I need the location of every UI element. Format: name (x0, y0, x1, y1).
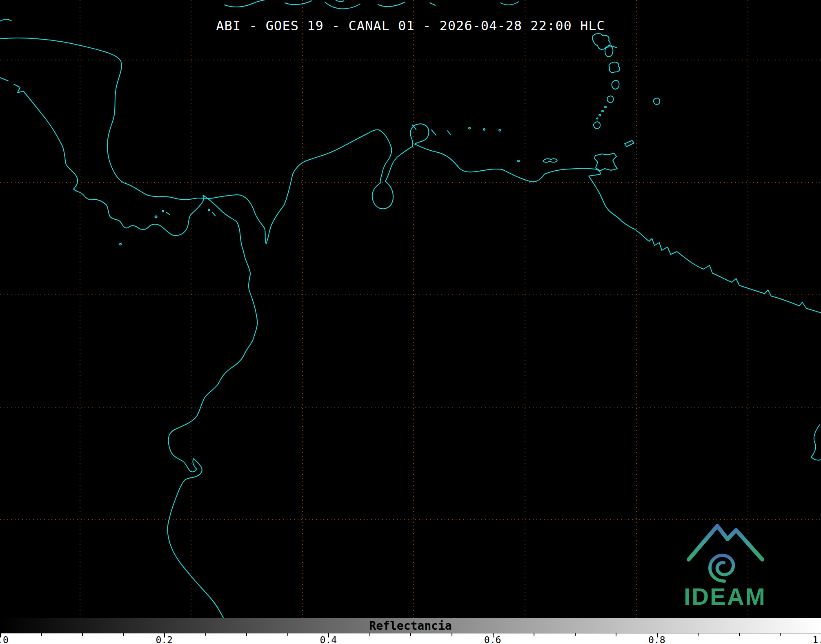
colorbar-axis: 0.0 0.2 0.4 0.6 0.8 1.0 (0, 633, 821, 644)
colorbar-label: Reflectancia (0, 618, 821, 633)
ideam-logo-text: IDEAM (681, 585, 769, 608)
satellite-image-viewport: ABI - GOES 19 - CANAL 01 - 2026-04-28 22… (0, 0, 821, 644)
image-title: ABI - GOES 19 - CANAL 01 - 2026-04-28 22… (0, 18, 821, 33)
colorbar-tick-label: 0.6 (484, 635, 501, 644)
colorbar-tick-label: 0.8 (648, 635, 665, 644)
colorbar: Reflectancia (0, 618, 821, 633)
colorbar-tick-label: 1.0 (812, 635, 821, 644)
colorbar-tick-label: 0.0 (0, 635, 9, 644)
ideam-logo-icon (681, 514, 769, 584)
colorbar-tick-label: 0.4 (320, 635, 337, 644)
ideam-logo: IDEAM (681, 514, 769, 608)
colorbar-tick-label: 0.2 (156, 635, 173, 644)
